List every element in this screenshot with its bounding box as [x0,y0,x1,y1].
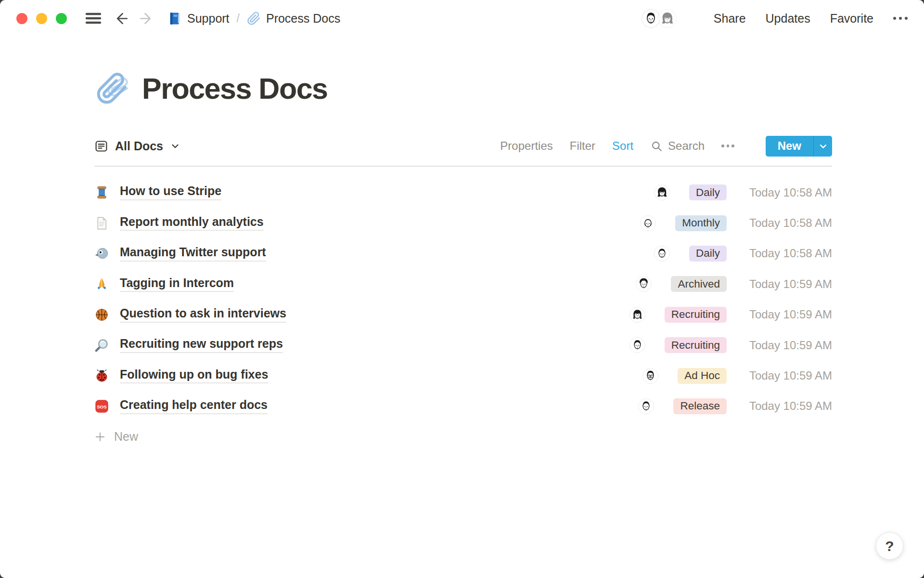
favorite-button[interactable]: Favorite [830,12,873,26]
avatar-man-bald[interactable] [640,215,656,231]
tag-badge[interactable]: Daily [689,184,727,200]
thread-spool-icon [94,185,109,200]
last-edited-time: Today 10:59 AM [740,369,832,382]
sos-icon: SOS [94,399,109,414]
tag-badge[interactable]: Daily [689,246,727,262]
table-row[interactable]: Following up on bug fixesAd HocToday 10:… [94,360,832,391]
row-properties: MonthlyToday 10:58 AM [640,215,832,231]
row-properties: ArchivedToday 10:59 AM [636,276,832,292]
avatar-woman-wavy[interactable] [658,9,677,28]
doc-title-link[interactable]: Following up on bug fixes [120,368,268,384]
table-row[interactable]: Question to ask in interviewsRecruitingT… [94,300,832,330]
new-button-label[interactable]: New [766,136,813,157]
last-edited-time: Today 10:59 AM [740,277,832,291]
last-edited-time: Today 10:59 AM [740,399,832,413]
paperclip-icon [247,12,261,26]
breadcrumb-label[interactable]: Support [187,12,230,26]
row-properties: RecruitingToday 10:59 AM [629,307,832,323]
add-new-row-label[interactable]: New [114,430,138,444]
tag-badge[interactable]: Release [673,398,727,414]
breadcrumb: Support / Process Docs [167,11,340,26]
collaborator-avatars [642,9,677,28]
avatar-man-neat[interactable] [629,337,645,353]
doc-title-link[interactable]: How to use Stripe [120,184,221,200]
last-edited-time: Today 10:59 AM [740,308,832,321]
zoom-window-button[interactable] [56,13,67,24]
view-label[interactable]: All Docs [115,139,163,153]
titlebar: Support / Process Docs Share Updates Fav… [0,0,924,37]
tag-badge[interactable]: Archived [671,276,727,292]
close-window-button[interactable] [16,13,27,24]
last-edited-time: Today 10:58 AM [740,216,832,230]
row-properties: DailyToday 10:58 AM [654,246,832,262]
last-edited-time: Today 10:58 AM [740,186,832,199]
avatar-man-glasses[interactable] [642,368,658,384]
breadcrumb-item-support[interactable]: Support [167,11,230,26]
table-row[interactable]: Managing Twitter supportDailyToday 10:58… [94,238,832,269]
avatar-woman-wavy[interactable] [654,184,670,200]
updates-button[interactable]: Updates [766,12,810,26]
new-dropdown-chevron-icon[interactable] [813,136,832,157]
table-row[interactable]: Report monthly analyticsMonthlyToday 10:… [94,208,832,238]
avatar-man-short[interactable] [654,246,670,262]
tag-badge[interactable]: Monthly [675,215,727,231]
collection-toolbar: All Docs Properties Filter Sort Search N… [94,135,832,157]
sort-button[interactable]: Sort [612,139,633,153]
docs-list: How to use StripeDailyToday 10:58 AMRepo… [94,177,832,452]
row-properties: Ad HocToday 10:59 AM [642,368,832,384]
row-properties: ReleaseToday 10:59 AM [638,398,832,414]
properties-button[interactable]: Properties [500,139,552,153]
last-edited-time: Today 10:59 AM [740,339,832,352]
table-divider [94,166,832,167]
row-properties: DailyToday 10:58 AM [654,184,832,200]
more-options-icon[interactable] [893,17,908,20]
blue-book-icon [167,11,182,26]
table-row[interactable]: Tagging in IntercomArchivedToday 10:59 A… [94,269,832,299]
svg-text:SOS: SOS [97,404,107,409]
doc-title-link[interactable]: Managing Twitter support [120,246,266,262]
avatar-man-curly[interactable] [636,276,652,292]
page-icon [94,216,109,231]
search-label[interactable]: Search [668,139,705,153]
list-view-icon [94,139,108,153]
back-arrow-icon[interactable] [114,11,130,26]
tag-badge[interactable]: Recruiting [665,307,727,323]
doc-title-link[interactable]: Creating help center docs [120,398,268,414]
table-row[interactable]: Recruiting new support repsRecruitingTod… [94,330,832,360]
last-edited-time: Today 10:58 AM [740,247,832,260]
ladybug-icon [94,368,109,383]
minimize-window-button[interactable] [36,13,47,24]
help-button[interactable]: ? [876,532,903,560]
toolbar-more-icon[interactable] [721,144,734,147]
tag-badge[interactable]: Recruiting [665,337,727,353]
bird-icon [94,246,109,261]
window-controls [16,13,67,24]
doc-title-link[interactable]: Tagging in Intercom [120,276,234,292]
avatar-man-short[interactable] [638,398,654,414]
breadcrumb-item-process-docs[interactable]: Process Docs [247,12,340,26]
notion-window: Support / Process Docs Share Updates Fav… [0,0,924,578]
plus-icon [94,431,106,443]
doc-title-link[interactable]: Recruiting new support reps [120,337,283,353]
folded-hands-icon [94,276,109,291]
table-row[interactable]: SOSCreating help center docsReleaseToday… [94,391,832,421]
breadcrumb-label[interactable]: Process Docs [266,12,340,26]
page-title: Process Docs [142,72,328,105]
page-paperclip-icon[interactable] [96,70,130,107]
view-switcher[interactable]: All Docs [94,139,180,153]
doc-title-link[interactable]: Question to ask in interviews [120,307,286,323]
table-row[interactable]: How to use StripeDailyToday 10:58 AM [94,177,832,208]
titlebar-right: Share Updates Favorite [642,9,908,28]
doc-title-link[interactable]: Report monthly analytics [120,215,264,231]
add-new-row[interactable]: New [94,421,832,452]
tag-badge[interactable]: Ad Hoc [678,368,727,384]
chevron-down-icon [170,141,180,151]
avatar-woman-bob[interactable] [629,307,645,323]
forward-arrow-icon[interactable] [138,11,154,26]
sidebar-menu-icon[interactable] [85,12,102,25]
new-button[interactable]: New [766,136,832,157]
share-button[interactable]: Share [714,12,746,26]
search-icon [650,140,663,153]
filter-button[interactable]: Filter [570,139,595,153]
search-button[interactable]: Search [650,139,705,153]
